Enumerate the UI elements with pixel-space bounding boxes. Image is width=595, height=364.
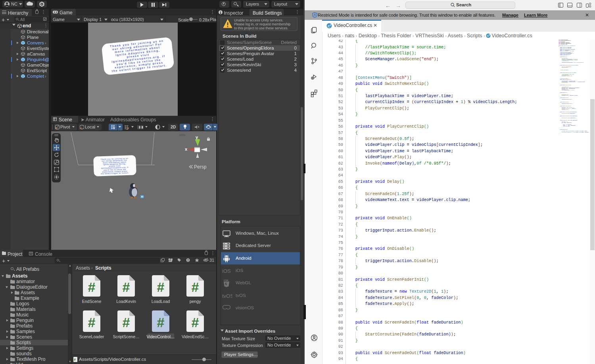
svg-text:#: # — [489, 34, 490, 36]
svg-text:#: # — [88, 315, 96, 330]
svg-text:#: # — [88, 280, 96, 295]
svg-text:#: # — [157, 315, 165, 330]
svg-text:HTML: HTML — [224, 280, 229, 282]
svg-text:#: # — [123, 280, 130, 295]
svg-text:tvOS: tvOS — [222, 293, 232, 299]
svg-text:Y: Y — [113, 126, 115, 130]
svg-text:#: # — [192, 280, 199, 295]
svg-text:5: 5 — [225, 282, 227, 286]
svg-text:iOS: iOS — [222, 268, 231, 274]
svg-text:#: # — [157, 280, 165, 295]
svg-text:#: # — [123, 315, 130, 330]
svg-text:#: # — [192, 315, 199, 330]
